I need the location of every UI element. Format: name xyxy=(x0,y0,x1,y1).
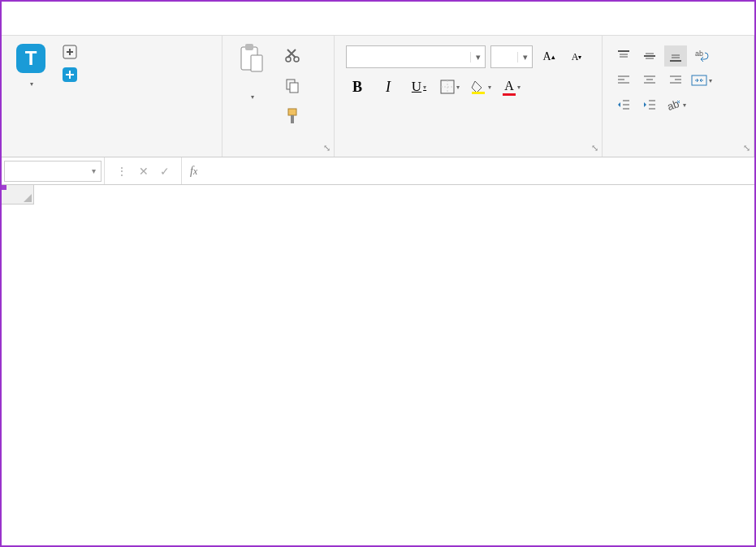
svg-rect-20 xyxy=(472,92,485,94)
paintbrush-icon xyxy=(283,107,301,125)
svg-rect-10 xyxy=(251,55,262,71)
merge-button[interactable]: ▾ xyxy=(690,70,713,91)
group-label-templafy xyxy=(10,149,214,155)
accept-formula-button[interactable]: ✓ xyxy=(160,165,170,178)
group-clipboard: ▾ ⤡ xyxy=(222,36,335,157)
formula-bar: ▾ ⋮ ✕ ✓ fx xyxy=(2,157,754,185)
wrap-text-button[interactable]: ab xyxy=(690,45,713,67)
group-label-alignment xyxy=(611,149,745,155)
grow-font-button[interactable]: A▴ xyxy=(538,46,560,67)
group-templafy: T ▾ xyxy=(2,36,222,157)
name-box[interactable]: ▾ xyxy=(4,161,102,182)
paste-button[interactable]: ▾ xyxy=(231,41,273,103)
chevron-down-icon: ▾ xyxy=(488,84,491,91)
find-template-button[interactable] xyxy=(58,65,86,84)
clipboard-icon xyxy=(235,42,268,75)
bold-button[interactable]: B xyxy=(346,76,369,97)
content-library-button[interactable]: T ▾ xyxy=(10,41,52,91)
cancel-formula-button[interactable]: ✕ xyxy=(139,165,149,178)
svg-point-12 xyxy=(294,57,299,62)
svg-rect-40 xyxy=(692,75,706,85)
align-bottom-button[interactable] xyxy=(664,45,687,67)
chevron-down-icon: ▾ xyxy=(456,84,460,91)
orientation-button[interactable]: ab▾ xyxy=(664,94,687,115)
more-icon[interactable]: ⋮ xyxy=(116,165,127,178)
shrink-font-button[interactable]: A▾ xyxy=(565,46,588,67)
chevron-down-icon: ▾ xyxy=(470,52,485,62)
underline-button[interactable]: U▾ xyxy=(408,76,430,97)
select-all-corner[interactable] xyxy=(2,185,34,205)
chevron-down-icon: ▾ xyxy=(251,93,254,101)
align-middle-button[interactable] xyxy=(638,45,661,67)
chevron-down-icon: ▾ xyxy=(92,166,96,175)
border-icon xyxy=(440,80,455,94)
chevron-down-icon: ▾ xyxy=(423,84,426,91)
svg-text:T: T xyxy=(25,47,37,69)
chevron-down-icon: ▾ xyxy=(30,80,33,88)
format-painter-button[interactable] xyxy=(281,106,304,127)
font-color-button[interactable]: A▾ xyxy=(500,76,523,97)
bucket-icon xyxy=(470,79,486,95)
align-center-button[interactable] xyxy=(638,70,661,91)
font-name-combo[interactable]: ▾ xyxy=(346,45,486,68)
group-alignment: ab ▾ ab▾ ⤡ xyxy=(603,36,754,157)
clipboard-launcher[interactable]: ⤡ xyxy=(321,142,332,153)
fx-icon[interactable]: fx xyxy=(182,165,205,178)
font-launcher[interactable]: ⤡ xyxy=(589,142,600,153)
blank-spreadsheet-button[interactable] xyxy=(58,42,86,62)
group-label-font xyxy=(343,149,594,155)
cut-button[interactable] xyxy=(281,44,304,65)
group-label-clipboard xyxy=(231,149,326,155)
decrease-indent-button[interactable] xyxy=(612,94,635,115)
ribbon-tabs xyxy=(2,2,754,36)
plus-doc-icon xyxy=(62,44,78,60)
copy-button[interactable] xyxy=(281,75,304,96)
svg-text:ab: ab xyxy=(695,50,703,58)
svg-rect-14 xyxy=(290,83,298,93)
group-font: ▾ ▾ A▴ A▾ B I U▾ ▾ ▾ A▾ ⤡ xyxy=(335,36,603,157)
spreadsheet-grid[interactable] xyxy=(2,185,754,205)
plus-blue-icon xyxy=(62,67,78,83)
borders-button[interactable]: ▾ xyxy=(438,76,461,97)
svg-rect-16 xyxy=(291,115,294,123)
formula-input[interactable] xyxy=(205,157,754,184)
font-size-combo[interactable]: ▾ xyxy=(490,45,533,68)
chevron-down-icon: ▾ xyxy=(517,52,532,62)
svg-text:ab: ab xyxy=(666,97,681,112)
templafy-t-icon: T xyxy=(15,42,47,75)
fill-color-button[interactable]: ▾ xyxy=(469,76,492,97)
chevron-down-icon: ▾ xyxy=(517,84,521,91)
alignment-launcher[interactable]: ⤡ xyxy=(741,142,752,153)
ribbon: T ▾ ▾ xyxy=(2,36,754,157)
italic-button[interactable]: I xyxy=(377,76,400,97)
increase-indent-button[interactable] xyxy=(638,94,661,115)
copy-icon xyxy=(284,77,300,93)
svg-rect-9 xyxy=(245,44,253,50)
align-left-button[interactable] xyxy=(612,70,635,91)
align-top-button[interactable] xyxy=(612,45,635,67)
svg-rect-15 xyxy=(288,109,296,115)
scissors-icon xyxy=(284,46,300,62)
align-right-button[interactable] xyxy=(664,70,687,91)
